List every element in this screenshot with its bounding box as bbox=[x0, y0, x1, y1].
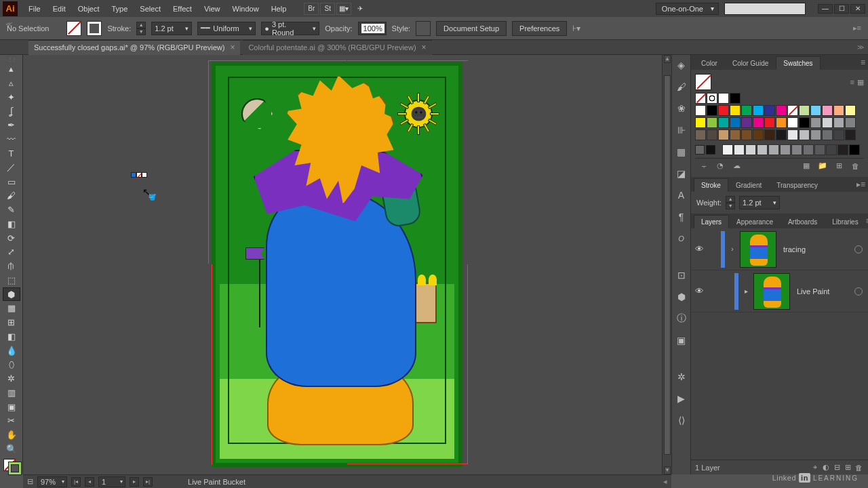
next-artboard-button[interactable]: ▸ bbox=[130, 477, 139, 487]
swatch-kind-icon[interactable]: ◔ bbox=[715, 161, 725, 171]
panel-menu-icon[interactable]: ▸≡ bbox=[856, 180, 865, 189]
swatch[interactable] bbox=[730, 129, 741, 140]
swatch[interactable] bbox=[730, 93, 741, 104]
swatch[interactable] bbox=[764, 117, 775, 128]
menu-edit[interactable]: Edit bbox=[47, 2, 71, 16]
shape-builder-tool[interactable]: ⬢ bbox=[3, 287, 20, 301]
align-icon[interactable]: ⊪ bbox=[675, 124, 688, 136]
panel-menu-icon[interactable]: ≡ bbox=[861, 58, 865, 67]
swatch[interactable] bbox=[814, 144, 825, 155]
swatch[interactable] bbox=[695, 105, 706, 116]
opentype-icon[interactable]: O bbox=[675, 232, 688, 245]
stroke-swatch[interactable] bbox=[87, 21, 102, 36]
menu-effect[interactable]: Effect bbox=[167, 2, 197, 16]
stroke-indicator[interactable] bbox=[9, 462, 21, 474]
swatch[interactable] bbox=[730, 105, 741, 116]
info-icon[interactable]: ⓘ bbox=[675, 312, 688, 325]
stroke-weight-spinner[interactable]: ▲▼ bbox=[136, 22, 146, 35]
swatch[interactable] bbox=[810, 129, 821, 140]
panel-grip[interactable] bbox=[3, 56, 20, 62]
zoom-tool[interactable]: 🔍 bbox=[3, 443, 20, 456]
doc-tab-active[interactable]: Successfully closed gaps.ai* @ 97% (RGB/… bbox=[28, 40, 240, 55]
locate-object-icon[interactable]: ⌖ bbox=[810, 463, 821, 472]
gpu-icon[interactable]: ✈ bbox=[353, 3, 368, 15]
line-tool[interactable]: ／ bbox=[3, 161, 20, 174]
menu-view[interactable]: View bbox=[199, 2, 226, 16]
tab-close-icon[interactable]: × bbox=[230, 43, 235, 52]
last-artboard-button[interactable]: ▸| bbox=[143, 477, 153, 487]
list-view-icon[interactable]: ≡ bbox=[850, 78, 854, 86]
swatch[interactable] bbox=[780, 144, 791, 155]
swatch[interactable] bbox=[799, 129, 810, 140]
disclosure-icon[interactable]: › bbox=[728, 245, 737, 253]
swatch[interactable] bbox=[822, 105, 833, 116]
properties-icon[interactable]: ◈ bbox=[675, 59, 688, 71]
swatch[interactable] bbox=[791, 144, 802, 155]
layer-name[interactable]: Live Paint bbox=[793, 287, 852, 296]
scroll-up-icon[interactable]: ▲ bbox=[664, 55, 671, 63]
stock-icon[interactable]: St bbox=[320, 3, 335, 15]
scroll-down-icon[interactable]: ▼ bbox=[664, 466, 671, 474]
artboard-tool[interactable]: ▣ bbox=[3, 400, 20, 413]
grid-view-icon[interactable]: ▦ bbox=[857, 78, 864, 87]
control-menu-icon[interactable]: ▸≡ bbox=[853, 24, 861, 33]
tabbar-right-arrows[interactable]: ≫ bbox=[857, 43, 868, 51]
swatch[interactable] bbox=[849, 144, 860, 155]
column-graph-tool[interactable]: ▥ bbox=[3, 386, 20, 400]
disclosure-icon[interactable]: ▸ bbox=[741, 287, 751, 295]
slice-tool[interactable]: ✂ bbox=[3, 414, 20, 428]
swatch-group-icon[interactable] bbox=[695, 145, 705, 155]
swatch[interactable] bbox=[706, 145, 715, 155]
swatch[interactable] bbox=[734, 144, 745, 155]
pencil-tool[interactable]: ✎ bbox=[3, 203, 20, 217]
curvature-tool[interactable]: 〰 bbox=[3, 133, 20, 146]
swatch[interactable] bbox=[745, 144, 756, 155]
swatch[interactable] bbox=[787, 117, 798, 128]
tab-libraries[interactable]: Libraries bbox=[825, 215, 865, 228]
tab-artboards[interactable]: Artboards bbox=[781, 215, 825, 228]
zoom-out-icon[interactable]: ⊟ bbox=[27, 477, 33, 486]
swatch[interactable] bbox=[718, 93, 729, 104]
pen-tool[interactable]: ✒ bbox=[3, 119, 20, 132]
swatch-none[interactable] bbox=[695, 93, 706, 104]
swatch[interactable] bbox=[822, 129, 833, 140]
swatch[interactable] bbox=[741, 105, 752, 116]
eraser-tool[interactable]: ◧ bbox=[3, 218, 20, 231]
menu-window[interactable]: Window bbox=[227, 2, 264, 16]
opacity-input[interactable]: 100% bbox=[358, 22, 387, 35]
swatch[interactable] bbox=[776, 117, 787, 128]
swatch[interactable] bbox=[803, 144, 814, 155]
search-input[interactable] bbox=[724, 3, 806, 15]
document-setup-button[interactable]: Document Setup bbox=[436, 21, 507, 36]
swatch[interactable] bbox=[833, 129, 844, 140]
scale-tool[interactable]: ⤢ bbox=[3, 245, 20, 259]
vertical-scrollbar[interactable]: ▲ ▼ bbox=[662, 55, 671, 474]
layer-thumbnail[interactable] bbox=[740, 231, 776, 268]
maximize-button[interactable]: ☐ bbox=[834, 4, 849, 14]
brushes-icon[interactable]: 🖌 bbox=[675, 81, 688, 93]
zoom-level[interactable]: 97% bbox=[37, 476, 67, 487]
swatch[interactable] bbox=[707, 129, 717, 140]
swatch[interactable] bbox=[845, 105, 856, 116]
new-layer-icon[interactable]: ⊞ bbox=[842, 463, 853, 472]
transform-icon[interactable]: ▦ bbox=[675, 146, 688, 158]
fill-stroke-indicator[interactable] bbox=[2, 458, 21, 474]
swatch[interactable] bbox=[787, 105, 798, 116]
character-icon[interactable]: A bbox=[675, 189, 688, 201]
perspective-grid-tool[interactable]: ▦ bbox=[3, 302, 20, 315]
swatch[interactable] bbox=[810, 117, 821, 128]
target-icon[interactable] bbox=[854, 287, 863, 296]
swatch-registration[interactable] bbox=[707, 93, 717, 104]
swatch[interactable] bbox=[822, 117, 833, 128]
swatch[interactable] bbox=[753, 129, 764, 140]
swatch[interactable] bbox=[707, 105, 717, 116]
magic-wand-tool[interactable]: ✦ bbox=[3, 91, 20, 104]
swatch[interactable] bbox=[707, 117, 717, 128]
symbol-sprayer-tool[interactable]: ✲ bbox=[3, 372, 20, 386]
free-transform-tool[interactable]: ⬚ bbox=[3, 274, 20, 287]
layer-name[interactable]: tracing bbox=[779, 245, 852, 253]
active-fill-swatch[interactable] bbox=[695, 74, 711, 90]
pathfinder-icon[interactable]: ◪ bbox=[675, 167, 688, 180]
scrollbar-thumb[interactable] bbox=[664, 75, 671, 455]
tab-stroke[interactable]: Stroke bbox=[694, 178, 728, 192]
